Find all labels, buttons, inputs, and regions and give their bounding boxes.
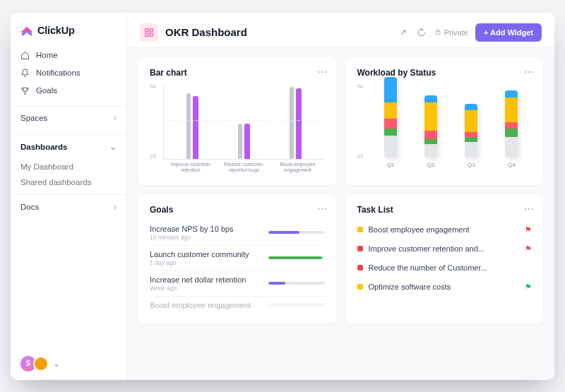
more-icon[interactable]: ⋯ (524, 66, 535, 78)
goal-timestamp: 1 day ago (150, 259, 268, 266)
y-axis: 50 25 (150, 83, 156, 175)
stacked-chart: 50 25 Q1Q2Q3Q4 (357, 83, 533, 175)
nav-main: Home Notifications Goals (11, 45, 126, 101)
task-name: Reduce the number of Customer... (369, 263, 520, 272)
chevron-down-icon[interactable]: ⌄ (53, 359, 60, 369)
section-dashboards[interactable]: Dashboards ⌄ (11, 134, 126, 159)
bar-chart: 50 25 Improve customer retentionReduce c… (150, 83, 325, 175)
user-avatar-2[interactable] (33, 356, 49, 372)
page-title: OKR Dashboard (165, 26, 391, 38)
card-title: Workload by Status (357, 68, 533, 78)
y-axis: 50 25 (357, 83, 364, 175)
task-row[interactable]: Improve customer retention and...⚑ (357, 239, 533, 259)
goal-row[interactable]: Increase NPS by 10 bps10 minutes ago (150, 220, 325, 246)
trophy-icon (20, 86, 30, 95)
goal-timestamp: 10 minutes ago (150, 234, 268, 241)
task-name: Improve customer retention and... (369, 244, 520, 253)
svg-rect-4 (436, 31, 440, 34)
nav-notifications[interactable]: Notifications (11, 64, 126, 82)
card-goals: ⋯ Goals Increase NPS by 10 bps10 minutes… (138, 195, 336, 323)
flag-icon[interactable]: ⚑ (525, 225, 532, 234)
task-row[interactable]: Reduce the number of Customer...⚑ (357, 259, 533, 278)
main: OKR Dashboard Private + Add Widget ⋯ Bar… (127, 13, 554, 380)
brand-name: ClickUp (37, 25, 75, 36)
flag-icon[interactable]: ⚑ (525, 283, 532, 292)
app-window: ClickUp Home Notifications Goals (11, 13, 554, 380)
bell-icon (20, 69, 30, 78)
chevron-right-icon: › (114, 113, 117, 123)
bar-column (271, 87, 321, 159)
topbar: OKR Dashboard Private + Add Widget (127, 13, 554, 48)
svg-rect-1 (150, 28, 153, 31)
goal-name: Increase NPS by 10 bps (150, 225, 268, 233)
card-title: Task List (357, 205, 533, 215)
chevron-down-icon: ⌄ (109, 142, 117, 152)
card-bar-chart: ⋯ Bar chart 50 25 Improve customer reten… (138, 58, 336, 185)
goal-progress (268, 282, 325, 285)
sidebar-item-shared-dashboards[interactable]: Shared dashboards (11, 174, 126, 190)
sidebar-footer: S ⌄ (11, 348, 126, 380)
lock-icon (434, 28, 441, 37)
card-task-list: ⋯ Task List Boost employee engagement⚑Im… (346, 195, 544, 323)
goal-progress (268, 231, 325, 234)
stack-column: Q4 (505, 90, 518, 167)
task-name: Boost employee engagement (369, 225, 520, 234)
svg-rect-0 (145, 28, 148, 31)
goal-row[interactable]: Launch customer community1 day ago (150, 246, 325, 271)
status-dot (357, 227, 363, 232)
flag-icon[interactable]: ⚑ (525, 244, 532, 254)
logo[interactable]: ClickUp (11, 13, 126, 45)
bar-column (220, 124, 269, 159)
goal-row[interactable]: Boost employee engagement (150, 297, 325, 314)
stack-column: Q1 (384, 77, 397, 167)
status-dot (357, 265, 363, 271)
task-row[interactable]: Optimize software costs⚑ (357, 278, 533, 297)
flag-icon[interactable]: ⚑ (525, 263, 532, 273)
section-spaces[interactable]: Spaces › (11, 105, 126, 130)
sidebar: ClickUp Home Notifications Goals (11, 13, 127, 380)
more-icon[interactable]: ⋯ (317, 203, 328, 215)
task-row[interactable]: Boost employee engagement⚑ (357, 220, 533, 239)
task-name: Optimize software costs (369, 283, 520, 291)
privacy-indicator[interactable]: Private (434, 28, 468, 37)
nav-home[interactable]: Home (11, 47, 126, 64)
add-widget-button[interactable]: + Add Widget (475, 23, 542, 42)
goal-name: Boost employee engagement (150, 301, 268, 309)
clickup-logo-icon (20, 24, 33, 37)
stack-column: Q2 (424, 95, 437, 167)
dashboard-icon (140, 23, 158, 42)
status-dot (357, 246, 363, 251)
status-dot (357, 284, 363, 290)
sidebar-item-my-dashboard[interactable]: My Dashboard (11, 159, 126, 174)
more-icon[interactable]: ⋯ (317, 66, 328, 78)
stack-column: Q3 (465, 104, 477, 168)
svg-rect-2 (145, 33, 148, 36)
expand-icon[interactable] (398, 27, 409, 38)
chevron-right-icon: › (114, 202, 117, 212)
goal-row[interactable]: Increase net dollar retentionWeek ago (150, 271, 325, 297)
goal-progress (268, 304, 325, 307)
nav-goals[interactable]: Goals (11, 82, 126, 100)
goal-name: Launch customer community (150, 250, 268, 259)
widget-grid: ⋯ Bar chart 50 25 Improve customer reten… (127, 48, 554, 380)
card-title: Goals (150, 205, 325, 215)
section-docs[interactable]: Docs › (11, 194, 126, 219)
bar-column (168, 93, 218, 159)
card-workload: ⋯ Workload by Status 50 25 Q1Q2Q3Q4 (346, 58, 544, 185)
home-icon (20, 51, 30, 60)
goal-timestamp: Week ago (150, 285, 268, 292)
card-title: Bar chart (150, 68, 325, 78)
goal-progress (268, 256, 325, 259)
more-icon[interactable]: ⋯ (524, 203, 535, 215)
refresh-icon[interactable] (416, 27, 427, 38)
goal-name: Increase net dollar retention (150, 275, 268, 284)
svg-rect-3 (150, 33, 153, 36)
